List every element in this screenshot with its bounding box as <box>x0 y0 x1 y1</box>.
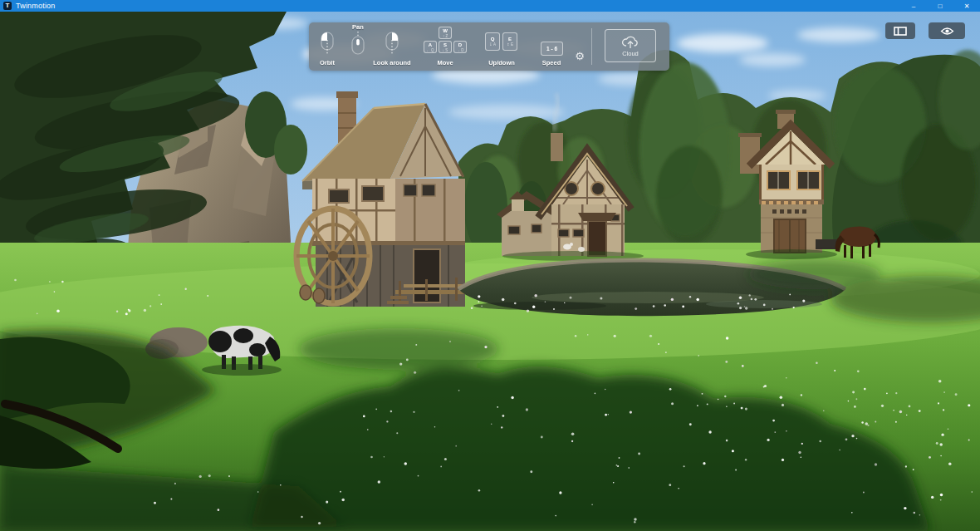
mouse-right-button-icon <box>385 30 399 58</box>
panels-icon <box>894 27 907 36</box>
panel-toggle-button[interactable] <box>885 22 915 39</box>
look-around-hint: Look around <box>372 22 412 71</box>
up-down-label: Up/down <box>483 59 520 66</box>
eye-icon <box>940 27 954 36</box>
visibility-button[interactable] <box>929 22 965 39</box>
move-hint: W ↑ Z A ← Q S ↓ S D → D Move <box>422 22 468 71</box>
up-down-hint: Q ↧ A E ↥ E Up/down <box>483 22 520 71</box>
viewport-3d-scene[interactable] <box>0 0 980 531</box>
pan-label: Pan <box>344 23 372 31</box>
key-speed-range: 1 - 6 <box>541 42 563 56</box>
window-title: Twinmotion <box>16 2 56 10</box>
move-label: Move <box>422 59 468 66</box>
mouse-middle-button-icon <box>350 32 365 60</box>
twinmotion-logo-icon: T <box>3 2 12 10</box>
speed-label: Speed <box>535 59 568 66</box>
navigation-help-panel: Orbit Pan Look around W ↑ Z <box>309 22 669 71</box>
cloud-button[interactable]: Cloud <box>605 29 656 62</box>
cow <box>202 326 282 376</box>
settings-gear-icon[interactable]: ⚙ <box>573 50 586 63</box>
divider <box>591 28 592 65</box>
key-a: A ← Q <box>424 41 437 53</box>
speed-hint: 1 - 6 Speed <box>535 22 568 71</box>
key-s: S ↓ S <box>439 41 452 53</box>
look-around-label: Look around <box>372 59 412 66</box>
titlebar[interactable]: T Twinmotion – □ ✕ <box>0 0 980 12</box>
maximize-button[interactable]: □ <box>927 0 953 12</box>
key-e: E ↥ E <box>502 32 517 51</box>
mouse-left-button-icon <box>320 30 335 58</box>
minimize-button[interactable]: – <box>900 0 927 12</box>
key-q: Q ↧ A <box>485 32 500 51</box>
orbit-hint: Orbit <box>312 22 342 71</box>
pan-hint: Pan <box>344 22 372 71</box>
key-w: W ↑ Z <box>439 27 452 39</box>
cloud-upload-icon <box>621 35 639 49</box>
close-button[interactable]: ✕ <box>953 0 980 12</box>
orbit-label: Orbit <box>312 59 342 66</box>
cloud-button-label: Cloud <box>622 50 639 57</box>
key-d: D → D <box>453 41 467 53</box>
